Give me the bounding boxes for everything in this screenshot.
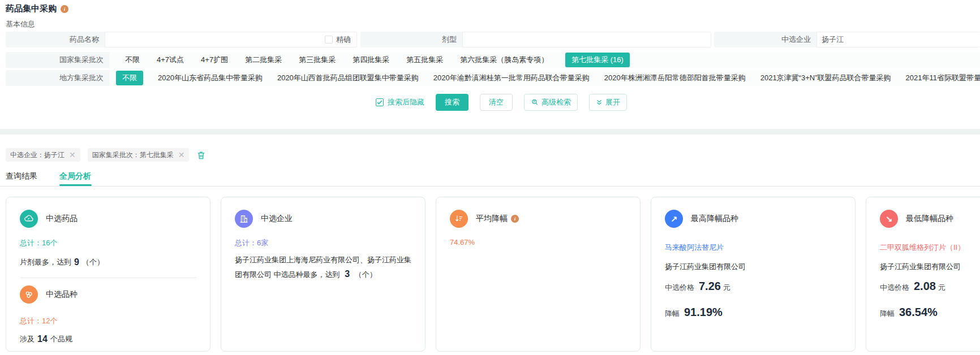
card-head: 中选品种: [20, 285, 78, 304]
local-batch-option[interactable]: 2021年11省际联盟带量采购: [905, 73, 980, 83]
hide-after-search-checkbox[interactable]: [376, 98, 384, 106]
reduction-line: 降幅 91.19%: [665, 306, 723, 319]
min-reduction-drug-link[interactable]: 二甲双胍维格列汀片（II）: [880, 243, 965, 253]
enterprise-label: 中选企业: [714, 32, 816, 47]
local-batch-option-selected[interactable]: 不限: [116, 71, 143, 85]
national-batch-option[interactable]: 4+7试点: [157, 55, 184, 65]
search-button[interactable]: 搜索: [436, 94, 468, 111]
advanced-search-label: 高级检索: [541, 97, 571, 107]
desc-suffix: （个）: [355, 270, 377, 279]
local-batch-option[interactable]: 2020年山西首批药品组团联盟集中带量采购: [277, 73, 419, 83]
card-title: 最高降幅品种: [691, 214, 738, 224]
price-value: 7.26: [699, 280, 721, 293]
section-divider: [0, 129, 980, 135]
enterprise-input[interactable]: [817, 33, 980, 46]
card-divider: [20, 278, 196, 278]
national-batch-option-selected[interactable]: 第七批集采 (16): [565, 53, 630, 67]
max-reduction-drug-link[interactable]: 马来酸阿法替尼片: [665, 243, 724, 253]
filter-tags: 中选企业：扬子江 ✕ 国家集采批次：第七批集采 ✕: [6, 148, 206, 162]
desc-prefix: 涉及: [20, 334, 35, 344]
clear-all-filters-button[interactable]: [196, 150, 206, 160]
tab-global-analysis[interactable]: 全局分析: [59, 171, 91, 181]
average-reduction-value: 74.67%: [450, 238, 475, 246]
local-batch-option[interactable]: 2020年渝黔滇湘桂第一批常用药品联合带量采购: [433, 73, 590, 83]
tabs-border: [0, 186, 980, 187]
advanced-search-button[interactable]: 高级检索: [524, 94, 578, 111]
building-icon: [235, 210, 253, 228]
desc-suffix: （个）: [82, 257, 104, 267]
close-icon[interactable]: ✕: [69, 151, 76, 159]
total-stat: 总计：12个: [20, 316, 57, 326]
expand-button[interactable]: 展开: [589, 94, 627, 111]
avg-reduction-info-icon[interactable]: i: [511, 215, 519, 223]
company-name: 扬子江药业集团有限公司: [665, 262, 746, 272]
national-batch-option[interactable]: 4+7扩围: [201, 55, 228, 65]
drug-name-input[interactable]: [105, 33, 325, 46]
desc-prefix: 片剂最多，达到: [20, 257, 71, 267]
card-head: 平均降幅 i: [450, 210, 519, 228]
national-batch-option[interactable]: 第三批集采: [299, 55, 336, 65]
card-head: 中选药品: [20, 210, 78, 228]
national-batch-options: 不限 4+7试点 4+7扩围 第二批集采 第三批集采 第四批集采 第五批集采 第…: [109, 52, 980, 68]
national-batch-option[interactable]: 第四批集采: [353, 55, 389, 65]
filter-tag-text: 国家集采批次：第七批集采: [92, 150, 174, 160]
check-icon: [377, 100, 382, 105]
page-header: 药品集中采购 i: [6, 3, 68, 14]
card-head: ↘ 最低降幅品种: [880, 210, 953, 228]
tab-query-results[interactable]: 查询结果: [6, 171, 37, 181]
close-icon[interactable]: ✕: [178, 151, 185, 159]
enterprise-desc: 扬子江药业集团上海海尼药业有限公司、扬子江药业集团有限公司 中选品种最多，达到 …: [235, 254, 414, 282]
card-average-reduction: 平均降幅 i 74.67%: [436, 197, 641, 352]
filter-tag-national-batch[interactable]: 国家集采批次：第七批集采 ✕: [88, 148, 190, 162]
price-unit: 元: [723, 283, 730, 293]
national-batch-option[interactable]: 第二批集采: [245, 55, 282, 65]
dosage-input[interactable]: [463, 33, 711, 46]
filter-tag-enterprise[interactable]: 中选企业：扬子江 ✕: [6, 148, 80, 162]
card-head: 中选企业: [235, 210, 293, 228]
price-unit: 元: [938, 283, 945, 293]
page: 药品集中采购 i 基本信息 药品名称 精确 剂型 中选企业 国家集采批次 不限 …: [0, 0, 980, 355]
basic-info-label: 基本信息: [6, 19, 35, 29]
local-batch-option[interactable]: 2020年株洲湘潭岳阳常德邵阳首批带量采购: [604, 73, 746, 83]
card-title-text: 平均降幅: [476, 214, 508, 224]
dosage-field: [462, 32, 711, 47]
desc-value: 9: [74, 257, 79, 267]
card-title: 中选药品: [46, 214, 78, 224]
descending-stats-icon: [450, 210, 468, 228]
drug-cloud-icon: [20, 210, 38, 228]
card-title: 平均降幅 i: [476, 214, 519, 224]
hide-after-search-label: 搜索后隐藏: [388, 97, 424, 107]
desc-line: 涉及 14 个品规: [20, 334, 72, 344]
desc-prefix: 扬子江药业集团上海海尼药业有限公司、扬子江药业集团有限公司 中选品种最多，达到: [235, 256, 411, 279]
price-label: 中选价格: [880, 283, 909, 293]
exact-label: 精确: [336, 34, 351, 45]
national-batch-option[interactable]: 不限: [125, 55, 140, 65]
card-selected-enterprises: 中选企业 总计：6家 扬子江药业集团上海海尼药业有限公司、扬子江药业集团有限公司…: [221, 197, 425, 352]
hide-after-search-checkbox-group[interactable]: 搜索后隐藏: [376, 97, 424, 107]
local-batch-options: 不限 2020年山东省药品集中带量采购 2020年山西首批药品组团联盟集中带量采…: [109, 70, 980, 86]
card-title: 最低降幅品种: [906, 214, 953, 224]
page-title: 药品集中采购: [6, 3, 57, 14]
reduction-value: 91.19%: [684, 306, 723, 319]
local-batch-label: 地方集采批次: [6, 70, 109, 86]
card-title: 中选品种: [46, 289, 78, 300]
expand-label: 展开: [605, 97, 620, 107]
national-batch-option[interactable]: 第五批集采: [406, 55, 443, 65]
total-stat: 总计：16个: [20, 238, 57, 248]
exact-checkbox[interactable]: [325, 36, 333, 44]
variety-circles-icon: [20, 285, 38, 304]
filter-tag-text: 中选企业：扬子江: [10, 150, 65, 160]
local-batch-option[interactable]: 2021京津冀“3+N”联盟药品联合带量采购: [760, 73, 891, 83]
advanced-search-icon: [531, 98, 539, 106]
clear-button[interactable]: 清空: [480, 94, 513, 111]
title-info-icon[interactable]: i: [61, 5, 68, 13]
exact-checkbox-group[interactable]: 精确: [325, 34, 356, 45]
dosage-label: 剂型: [360, 32, 462, 47]
reduction-value: 36.54%: [899, 306, 938, 319]
national-batch-option[interactable]: 第六批集采（胰岛素专项）: [460, 55, 548, 65]
local-batch-option[interactable]: 2020年山东省药品集中带量采购: [158, 73, 263, 83]
reduction-label: 降幅: [880, 309, 895, 319]
desc-suffix: 个品规: [50, 334, 72, 344]
card-title: 中选企业: [261, 214, 293, 224]
arrow-up-right-icon: ↗: [665, 210, 683, 228]
